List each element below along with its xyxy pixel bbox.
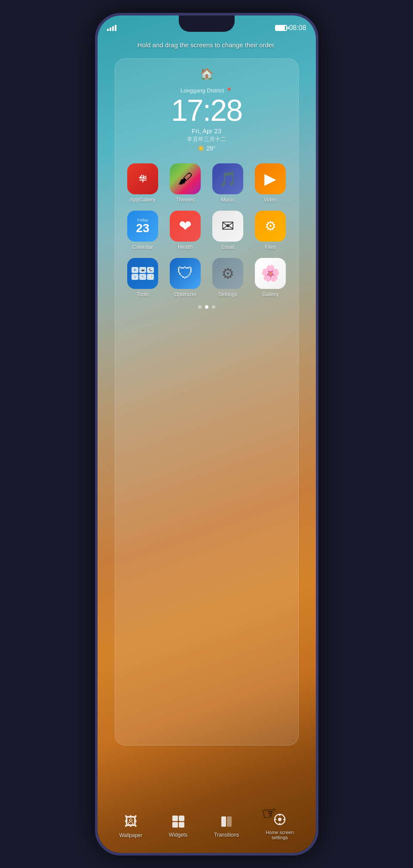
- svg-rect-4: [221, 816, 226, 827]
- app-icon-appgallery: 华: [127, 163, 158, 194]
- toolbar-label-home-settings: Home screen settings: [266, 830, 294, 840]
- app-icon-music: 🎵: [212, 163, 243, 194]
- signal-bar-3: [112, 26, 114, 31]
- widgets-icon: [171, 815, 185, 828]
- app-grid: 华 AppGallery 🖌 Themes 🎵 Music: [119, 163, 294, 298]
- app-item-settings[interactable]: ⚙ Settings: [209, 258, 247, 298]
- app-label-calendar: Calendar: [132, 244, 153, 250]
- home-icon: 🏠: [200, 67, 214, 81]
- app-label-settings: Settings: [218, 291, 237, 298]
- battery-status: 08:08: [275, 24, 306, 32]
- toolbar-label-transitions: Transitions: [214, 832, 239, 838]
- app-label-optimizer: Optimizer: [174, 291, 196, 298]
- page-dot-1: [198, 305, 202, 309]
- svg-rect-1: [179, 816, 184, 821]
- battery-fill: [276, 26, 285, 30]
- app-item-files[interactable]: ⚙ Files: [251, 211, 290, 250]
- toolbar-label-widgets: Widgets: [169, 832, 187, 838]
- page-dot-2: [205, 305, 208, 309]
- signal-bar-1: [107, 29, 109, 31]
- app-icon-themes: 🖌: [170, 163, 201, 194]
- location-label: Longgang District 📍: [171, 87, 242, 94]
- instruction-text: Hold and drag the screens to change thei…: [98, 41, 316, 49]
- homescreen-card: 🏠 Longgang District 📍 17:28 Fri, Apr 23 …: [115, 58, 299, 745]
- app-label-health: Health: [178, 244, 193, 250]
- phone-screen: 08:08 Hold and drag the screens to chang…: [98, 15, 316, 853]
- clock-time: 17:28: [171, 95, 242, 126]
- app-item-appgallery[interactable]: 华 AppGallery: [124, 163, 162, 203]
- app-item-tools[interactable]: 🗓 📷 📞 ℹ 🔧 📝 Tools: [124, 258, 162, 298]
- svg-rect-0: [172, 816, 178, 821]
- app-item-music[interactable]: 🎵 Music: [209, 163, 247, 203]
- battery-icon: [275, 25, 287, 31]
- page-dots: [198, 305, 215, 309]
- app-icon-optimizer: 🛡: [170, 258, 201, 289]
- app-icon-email: ✉: [212, 211, 243, 242]
- app-item-calendar[interactable]: Friday 23 Calendar: [124, 211, 162, 250]
- app-icon-settings: ⚙: [212, 258, 243, 289]
- app-label-gallery: Gallery: [262, 291, 278, 298]
- wallpaper-icon: 🖼: [124, 814, 137, 829]
- app-item-themes[interactable]: 🖌 Themes: [166, 163, 205, 203]
- signal-bar-2: [110, 28, 111, 31]
- weather-info: ☀️ 29°: [171, 145, 242, 152]
- app-label-files: Files: [265, 244, 275, 250]
- app-label-tools: Tools: [137, 291, 149, 298]
- toolbar-item-transitions[interactable]: Transitions: [214, 815, 239, 838]
- clock-section: Longgang District 📍 17:28 Fri, Apr 23 辛丑…: [171, 87, 242, 152]
- status-time: 08:08: [289, 24, 306, 32]
- cursor-hand: ☞: [260, 802, 278, 824]
- svg-rect-2: [172, 822, 178, 828]
- app-label-themes: Themes: [176, 197, 194, 203]
- toolbar-item-widgets[interactable]: Widgets: [169, 815, 187, 838]
- clock-date: Fri, Apr 23: [171, 127, 242, 135]
- notch: [179, 15, 235, 32]
- app-icon-gallery: 🌸: [255, 258, 286, 289]
- toolbar-label-wallpaper: Wallpaper: [119, 832, 142, 838]
- bottom-toolbar: 🖼 Wallpaper Widgets Transitions: [98, 813, 316, 840]
- app-icon-tools: 🗓 📷 📞 ℹ 🔧 📝: [127, 258, 158, 289]
- signal-indicator: [107, 25, 116, 31]
- toolbar-item-wallpaper[interactable]: 🖼 Wallpaper: [119, 814, 142, 838]
- phone-frame: 08:08 Hold and drag the screens to chang…: [95, 13, 318, 856]
- app-label-email: Email: [221, 244, 234, 250]
- app-icon-video: ▶: [255, 163, 286, 194]
- svg-rect-5: [227, 816, 232, 827]
- app-icon-calendar: Friday 23: [127, 211, 158, 242]
- clock-chinese-date: 辛丑年三月十二: [171, 135, 242, 143]
- app-item-health[interactable]: ❤ Health: [166, 211, 205, 250]
- svg-rect-3: [179, 822, 184, 828]
- signal-bar-4: [115, 25, 116, 31]
- app-item-optimizer[interactable]: 🛡 Optimizer: [166, 258, 205, 298]
- app-label-video: Video: [264, 197, 277, 203]
- app-label-appgallery: AppGallery: [130, 197, 155, 203]
- app-label-music: Music: [221, 197, 234, 203]
- app-icon-files: ⚙: [255, 211, 286, 242]
- app-icon-health: ❤: [170, 211, 201, 242]
- app-item-video[interactable]: ▶ Video: [251, 163, 290, 203]
- page-dot-3: [212, 305, 215, 309]
- transitions-icon: [220, 815, 233, 828]
- app-item-email[interactable]: ✉ Email: [209, 211, 247, 250]
- app-item-gallery[interactable]: 🌸 Gallery: [251, 258, 290, 298]
